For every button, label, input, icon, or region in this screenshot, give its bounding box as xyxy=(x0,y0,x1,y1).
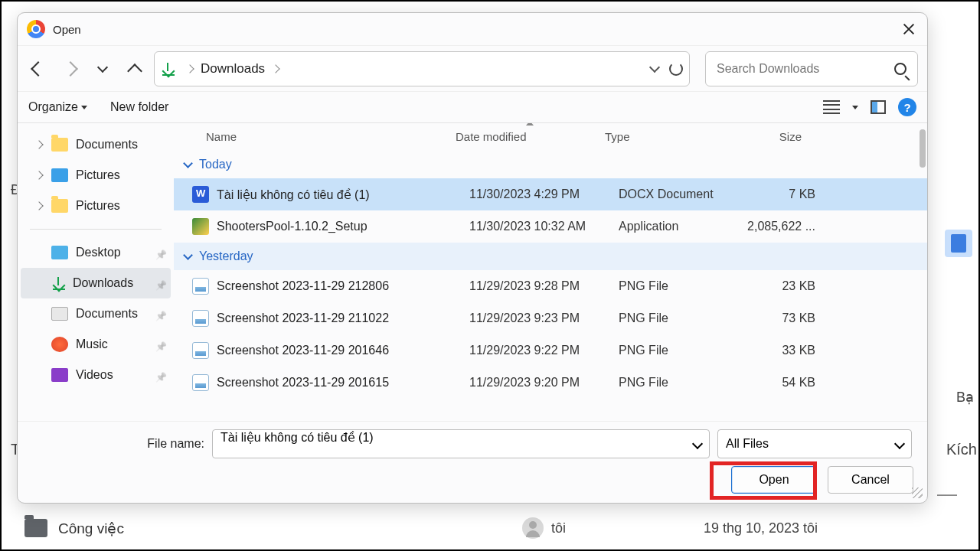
file-size: 2,085,622 ... xyxy=(745,220,822,233)
chevron-right-icon xyxy=(34,201,43,210)
group-header[interactable]: Today xyxy=(174,151,927,178)
png-file-icon xyxy=(192,342,209,359)
pin-icon xyxy=(155,370,166,380)
preview-pane-icon[interactable] xyxy=(871,100,886,114)
dl-icon xyxy=(51,276,65,290)
footer: File name: Tài liệu không có tiêu đề (1)… xyxy=(18,422,927,503)
sidebar-item-videos[interactable]: Videos xyxy=(21,360,171,390)
file-type: Application xyxy=(619,220,745,233)
forward-button[interactable] xyxy=(57,56,83,82)
new-folder-button[interactable]: New folder xyxy=(110,100,168,114)
file-row[interactable]: Screenshot 2023-11-29 20164611/29/2023 9… xyxy=(174,334,927,367)
refresh-icon[interactable] xyxy=(669,62,683,76)
sort-arrow-icon xyxy=(526,123,534,126)
png-file-icon xyxy=(192,278,209,295)
close-icon[interactable] xyxy=(900,20,918,38)
folder-icon xyxy=(51,199,68,213)
file-row[interactable]: Screenshot 2023-11-29 21280611/29/2023 9… xyxy=(174,270,927,302)
chevron-right-icon xyxy=(271,64,279,73)
pic-icon xyxy=(51,168,68,182)
sidebar-item-pictures[interactable]: Pictures xyxy=(21,160,171,191)
file-size: 23 KB xyxy=(745,279,822,293)
pin-icon xyxy=(155,339,166,350)
path-bar[interactable]: Downloads xyxy=(154,51,690,86)
file-row[interactable]: Tài liệu không có tiêu đề (1)11/30/2023 … xyxy=(174,178,927,210)
path-segment[interactable]: Downloads xyxy=(201,61,265,77)
vid-icon xyxy=(51,368,68,382)
file-size: 54 KB xyxy=(745,376,822,390)
divider xyxy=(30,229,162,230)
search-input[interactable] xyxy=(717,62,894,76)
sidebar-item-downloads[interactable]: Downloads xyxy=(21,268,171,298)
resize-grip-icon[interactable] xyxy=(912,487,923,498)
file-size: 73 KB xyxy=(745,311,822,325)
downloads-path-icon xyxy=(161,62,175,76)
group-header[interactable]: Yesterday xyxy=(174,243,927,270)
filename-input[interactable]: Tài liệu không có tiêu đề (1) xyxy=(212,429,710,458)
file-list[interactable]: TodayTài liệu không có tiêu đề (1)11/30/… xyxy=(174,151,927,421)
up-button[interactable] xyxy=(122,56,148,82)
bg-user: tôi xyxy=(551,520,566,536)
column-headers: Name Date modified Type Size xyxy=(174,123,927,151)
pin-icon xyxy=(155,278,166,289)
view-dropdown[interactable] xyxy=(852,106,858,109)
file-name: Screenshot 2023-11-29 212806 xyxy=(217,279,469,293)
file-row[interactable]: Screenshot 2023-11-29 20161511/29/2023 9… xyxy=(174,367,927,399)
docs-icon xyxy=(945,230,972,257)
sidebar-item-pictures[interactable]: Pictures xyxy=(21,191,171,221)
titlebar: Open xyxy=(18,13,927,45)
view-icon[interactable] xyxy=(823,100,840,114)
help-icon[interactable]: ? xyxy=(898,98,916,116)
chevron-down-icon[interactable] xyxy=(649,61,660,72)
file-name: Screenshot 2023-11-29 201615 xyxy=(217,376,469,390)
file-date: 11/29/2023 9:28 PM xyxy=(469,279,619,293)
sidebar-item-desktop[interactable]: Desktop xyxy=(21,237,171,268)
filetype-select[interactable]: All Files xyxy=(717,429,912,458)
sidebar-item-music[interactable]: Music xyxy=(21,329,171,360)
chevron-down-icon xyxy=(183,250,193,260)
col-size[interactable]: Size xyxy=(731,130,808,143)
scrollbar[interactable] xyxy=(920,129,926,168)
file-date: 11/29/2023 9:22 PM xyxy=(469,344,619,357)
search-box[interactable] xyxy=(705,51,918,86)
desk-icon xyxy=(51,246,68,259)
avatar-icon xyxy=(522,517,544,539)
sidebar-item-label: Pictures xyxy=(76,199,120,213)
chevron-right-icon xyxy=(34,171,43,179)
png-file-icon xyxy=(192,310,209,327)
sidebar-item-label: Documents xyxy=(76,138,138,152)
file-row[interactable]: ShootersPool-1.10.2_Setup11/30/2023 10:3… xyxy=(174,210,927,243)
background-row: Công việc tôi 19 thg 10, 2023 tôi xyxy=(24,513,971,543)
sidebar-item-documents[interactable]: Documents xyxy=(21,129,171,160)
sidebar-item-documents[interactable]: Documents xyxy=(21,298,171,329)
file-type: PNG File xyxy=(619,344,745,357)
sidebar-item-label: Downloads xyxy=(73,276,133,290)
file-type: PNG File xyxy=(619,279,745,293)
file-date: 11/29/2023 9:23 PM xyxy=(469,311,619,325)
file-type: PNG File xyxy=(619,311,745,325)
file-name: ShootersPool-1.10.2_Setup xyxy=(217,220,469,233)
folder-icon xyxy=(24,519,47,537)
dialog-title: Open xyxy=(53,23,81,36)
organize-button[interactable]: Organize xyxy=(28,100,87,114)
file-row[interactable]: Screenshot 2023-11-29 21102211/29/2023 9… xyxy=(174,302,927,334)
chevron-right-icon xyxy=(185,64,194,73)
sidebar-item-label: Videos xyxy=(76,368,113,382)
cancel-button[interactable]: Cancel xyxy=(828,466,913,494)
chevron-right-icon xyxy=(34,140,43,148)
docx-file-icon xyxy=(192,186,209,203)
col-type[interactable]: Type xyxy=(605,130,731,143)
toolbar: Organize New folder ? xyxy=(18,91,927,123)
col-name[interactable]: Name xyxy=(174,130,456,143)
col-date[interactable]: Date modified xyxy=(456,130,605,143)
file-type: DOCX Document xyxy=(619,187,745,201)
file-name: Screenshot 2023-11-29 201646 xyxy=(217,344,469,357)
sidebar-item-label: Pictures xyxy=(76,168,120,182)
sidebar-item-label: Music xyxy=(76,337,108,351)
chevron-down-icon[interactable] xyxy=(692,439,703,449)
recent-dropdown[interactable] xyxy=(90,56,116,82)
exe-file-icon xyxy=(192,218,209,235)
open-button[interactable]: Open xyxy=(731,466,817,494)
folder-icon xyxy=(51,138,68,152)
back-button[interactable] xyxy=(25,56,51,82)
